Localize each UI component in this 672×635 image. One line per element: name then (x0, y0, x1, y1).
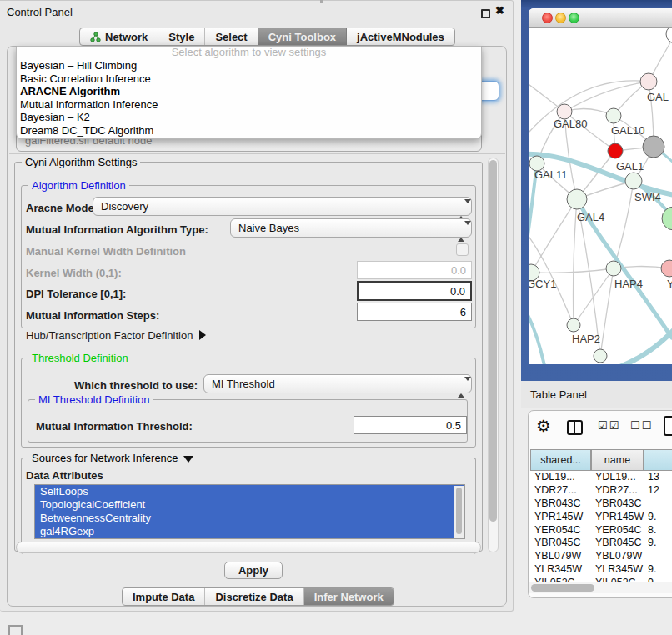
tab-infer-network[interactable]: Infer Network (304, 588, 394, 605)
table-row[interactable]: YLR345WYLR345W9. (529, 563, 672, 577)
network-node-GAL1[interactable] (608, 143, 623, 158)
deselect-checkboxes-icon[interactable]: ☐☐ (630, 419, 653, 432)
data-attribute-item[interactable]: SelfLoops (35, 485, 464, 498)
sources-title-text: Sources for Network Inference (32, 452, 178, 464)
network-canvas[interactable]: GALGAL80GAL10GAL1GAL11SWI4GAL4GCY1HAP4YH… (529, 28, 672, 364)
network-node-pink-node[interactable] (661, 260, 672, 277)
float-window-icon[interactable] (481, 9, 490, 18)
network-edge[interactable] (564, 82, 649, 112)
control-panel-tabbar: Network Style Select Cyni Toolbox jActiv… (79, 28, 455, 46)
aracne-mode-combo[interactable]: Discovery (93, 197, 472, 216)
column-header-name[interactable]: name (591, 449, 644, 471)
network-node-HAP4[interactable] (606, 261, 621, 276)
table-cell: YBL079W (534, 550, 581, 563)
attributes-scrollbar[interactable] (454, 486, 464, 538)
table-row[interactable]: YBR043CYBR043C (529, 498, 672, 511)
column-header-shared-name[interactable]: shared... (530, 449, 591, 471)
minimized-panel-icon[interactable] (8, 625, 23, 635)
table-scrollbar-thumb[interactable] (531, 584, 594, 592)
mi-steps-field[interactable] (357, 302, 472, 321)
table-cell: YBR045C (595, 537, 642, 550)
mi-type-label: Mutual Information Algorithm Type: (26, 223, 208, 236)
algorithm-popup-item[interactable]: Bayesian – Hill Climbing (17, 59, 481, 72)
attributes-scrollbar-thumb[interactable] (456, 488, 462, 534)
table-horizontal-scrollbar[interactable] (529, 582, 672, 593)
network-edge[interactable] (614, 181, 634, 268)
mi-threshold-label: Mutual Information Threshold: (36, 420, 193, 432)
tab-cyni-toolbox[interactable]: Cyni Toolbox (258, 28, 347, 45)
data-attribute-item[interactable]: gal4RGexp (35, 525, 464, 538)
zoom-traffic-light-icon[interactable] (569, 12, 579, 23)
which-threshold-combo[interactable]: MI Threshold (203, 374, 472, 393)
kernel-width-label: Kernel Width (0,1): (26, 267, 122, 279)
table-cell: YDR27... (595, 484, 638, 498)
select-all-checkboxes-icon[interactable]: ☑☑ (598, 419, 620, 432)
hub-definition-toggle[interactable]: Hub/Transcription Factor Definition (26, 329, 206, 342)
split-columns-icon[interactable] (567, 420, 583, 435)
data-attribute-item[interactable]: TopologicalCoefficient (35, 498, 464, 512)
kernel-width-field[interactable] (357, 261, 472, 279)
table-row[interactable]: YBR045CYBR045C9. (529, 537, 672, 550)
network-node-GAL4[interactable] (567, 189, 587, 209)
mi-type-combo[interactable]: Naive Bayes (230, 218, 472, 238)
settings-vertical-scrollbar[interactable] (488, 158, 499, 552)
algorithm-popup-item[interactable]: Dream8 DC_TDC Algorithm (17, 124, 481, 138)
table-panel-card: ⚙ ☑☑ ☐☐ shared... name YDL19...YDL19...1… (528, 410, 672, 598)
network-node-bottom-node[interactable] (594, 349, 607, 362)
control-panel-window: Control Panel ✖ Network Style (0, 0, 514, 612)
table-cell: 9. (648, 537, 656, 550)
network-edge[interactable] (531, 199, 577, 272)
network-node-gal-cut[interactable] (640, 73, 657, 90)
data-attributes-list[interactable]: SelfLoopsTopologicalCoefficientBetweenne… (34, 484, 465, 539)
manual-kernel-checkbox[interactable] (456, 243, 469, 256)
column-header-partial[interactable] (644, 449, 672, 471)
dpi-tolerance-field[interactable] (357, 281, 472, 301)
data-attributes-label: Data Attributes (26, 469, 103, 482)
network-node-HAP2[interactable] (567, 318, 580, 332)
close-icon[interactable]: ✖ (495, 4, 504, 17)
data-attribute-item[interactable]: BetweennessCentrality (35, 512, 464, 525)
network-node-SWI4[interactable] (625, 172, 642, 189)
network-edge[interactable] (529, 304, 545, 364)
tab-select[interactable]: Select (205, 28, 258, 45)
table-row[interactable]: YER054CYER054C8. (529, 524, 672, 538)
network-edge[interactable] (574, 268, 614, 325)
network-node-green-node[interactable] (662, 207, 672, 230)
settings-horizontal-scrollbar[interactable] (16, 542, 481, 553)
network-node-top-node[interactable] (666, 28, 672, 43)
network-node-label: HAP2 (572, 332, 600, 345)
minimize-traffic-light-icon[interactable] (555, 12, 566, 23)
network-edge[interactable] (531, 268, 614, 272)
table-row[interactable]: YDR27...YDR27...12 (529, 484, 672, 498)
network-node-GAL10[interactable] (606, 108, 621, 123)
screen: Control Panel ✖ Network Style (0, 0, 672, 635)
tab-discretize-data[interactable]: Discretize Data (205, 588, 303, 605)
algorithm-popup-item[interactable]: Mutual Information Inference (17, 98, 481, 112)
algorithm-popup-item[interactable]: ARACNE Algorithm (17, 85, 481, 98)
algorithm-popup-item[interactable]: Basic Correlation Inference (17, 72, 481, 86)
tab-impute-data[interactable]: Impute Data (123, 588, 205, 605)
hub-definition-label: Hub/Transcription Factor Definition (26, 329, 193, 342)
table-row[interactable]: YPR145WYPR145W9. (529, 511, 672, 524)
mi-threshold-field[interactable] (354, 416, 467, 434)
table-row[interactable]: YDL19...YDL19...13 (529, 471, 672, 484)
gear-icon[interactable]: ⚙ (536, 416, 551, 436)
table-cell: 9. (648, 563, 656, 577)
network-edge[interactable] (609, 321, 672, 364)
tab-network[interactable]: Network (80, 28, 158, 45)
algorithm-popup-item[interactable]: Bayesian – K2 (17, 111, 481, 124)
table-cell: YPR145W (595, 511, 644, 524)
close-traffic-light-icon[interactable] (542, 12, 553, 23)
sources-group-title[interactable]: Sources for Network Inference (28, 452, 197, 464)
apply-button[interactable]: Apply (224, 562, 283, 579)
network-window-titlebar[interactable] (529, 8, 672, 28)
table-row[interactable]: YBL079WYBL079W (529, 550, 672, 563)
new-table-icon[interactable] (664, 416, 672, 436)
settings-scrollbar-thumb[interactable] (489, 160, 497, 522)
tab-style[interactable]: Style (158, 28, 205, 45)
table-cell: 9. (648, 511, 656, 524)
tab-jactivemnodules[interactable]: jActiveMNodules (347, 28, 454, 45)
mi-type-value: Naive Bayes (238, 222, 299, 234)
network-edge[interactable] (600, 268, 614, 356)
network-node-gray-node[interactable] (643, 136, 664, 158)
